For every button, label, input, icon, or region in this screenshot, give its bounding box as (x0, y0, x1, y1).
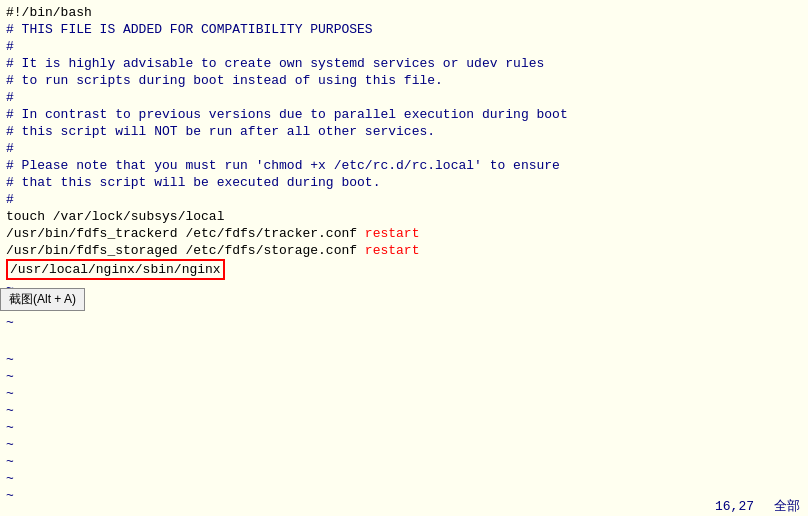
tilde-4: ~ (6, 351, 802, 368)
line-15: /usr/bin/fdfs_storaged /etc/fdfs/storage… (6, 242, 802, 259)
restart-keyword-2: restart (365, 243, 420, 258)
line-12: # (6, 191, 802, 208)
view-mode: 全部 (774, 497, 800, 515)
context-menu-label[interactable]: 截图(Alt + A) (9, 292, 76, 306)
tilde-3: ~ (6, 314, 802, 331)
line-5: # to run scripts during boot instead of … (6, 72, 802, 89)
tilde-2: ~ (6, 297, 802, 314)
tilde-6: ~ (6, 385, 802, 402)
line-1: #!/bin/bash (6, 4, 802, 21)
line-6: # (6, 89, 802, 106)
line-4: # It is highly advisable to create own s… (6, 55, 802, 72)
highlighted-command: /usr/local/nginx/sbin/nginx (6, 259, 225, 280)
status-bar: 16,27 全部 (0, 496, 808, 516)
line-3: # (6, 38, 802, 55)
line-9: # (6, 140, 802, 157)
line-11: # that this script will be executed duri… (6, 174, 802, 191)
restart-keyword-1: restart (365, 226, 420, 241)
editor: #!/bin/bash # THIS FILE IS ADDED FOR COM… (0, 0, 808, 516)
tilde-5: ~ (6, 368, 802, 385)
line-7: # In contrast to previous versions due t… (6, 106, 802, 123)
line-10: # Please note that you must run 'chmod +… (6, 157, 802, 174)
line-8: # this script will NOT be run after all … (6, 123, 802, 140)
line-16: /usr/local/nginx/sbin/nginx (6, 259, 802, 280)
line-13: touch /var/lock/subsys/local (6, 208, 802, 225)
tilde-9: ~ (6, 436, 802, 453)
line-14: /usr/bin/fdfs_trackerd /etc/fdfs/tracker… (6, 225, 802, 242)
tilde-11: ~ (6, 470, 802, 487)
cursor-position: 16,27 (715, 499, 754, 514)
tilde-7: ~ (6, 402, 802, 419)
context-menu[interactable]: 截图(Alt + A) (0, 288, 85, 311)
tilde-1: ~ (6, 280, 802, 297)
tilde-8: ~ (6, 419, 802, 436)
line-2: # THIS FILE IS ADDED FOR COMPATIBILITY P… (6, 21, 802, 38)
tilde-10: ~ (6, 453, 802, 470)
